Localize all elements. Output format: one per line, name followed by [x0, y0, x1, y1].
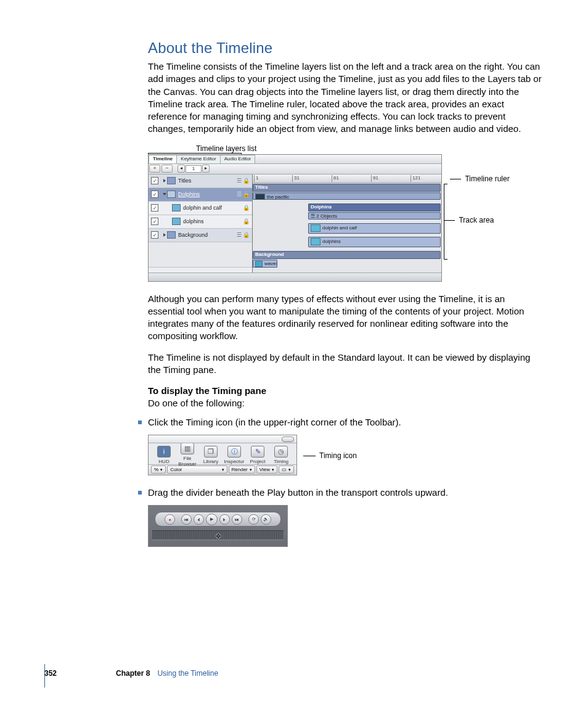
group-icon: [167, 177, 176, 184]
layer-dolphins-child[interactable]: ✓ dolphins 🔒: [149, 215, 252, 229]
clip-label: waves: [264, 261, 277, 266]
steps-subheading: Do one of the following:: [148, 398, 245, 408]
ruler-tick: 31: [292, 175, 300, 182]
toolbar-figure: iHUD ▥File Browser ❐Library ⓘInspector ✎…: [148, 435, 297, 475]
clip-label: dolphin and calf: [322, 225, 357, 231]
layer-background[interactable]: ✓ Background ☰ 🔒: [149, 229, 252, 242]
play-button[interactable]: ▶: [206, 514, 218, 525]
layer-titles[interactable]: ✓ Titles ☰ 🔒: [149, 174, 252, 188]
library-button[interactable]: ❐: [204, 446, 218, 458]
step-next[interactable]: ▸: [202, 165, 210, 173]
render-selector[interactable]: Render▾: [229, 466, 255, 474]
frame-field[interactable]: 1: [186, 165, 202, 173]
layer-dolphin-and-calf[interactable]: ✓ dolphin and calf 🔒: [149, 202, 252, 215]
page-number: 352: [44, 669, 57, 678]
paragraph-2: Although you can perform many types of e…: [148, 293, 542, 343]
layout-selector[interactable]: ▭▾: [279, 466, 294, 474]
track-clip[interactable]: waves: [253, 260, 277, 268]
add-button[interactable]: +: [149, 165, 160, 173]
visibility-checkbox[interactable]: ✓: [151, 218, 158, 225]
chapter-label: Chapter 8: [116, 669, 150, 678]
track-header-background[interactable]: Background: [253, 251, 441, 259]
clip-icon: [172, 204, 181, 211]
layer-label: dolphins: [183, 218, 243, 224]
layer-dolphins[interactable]: ✓ Dolphins ☰ 🔒: [149, 188, 252, 202]
remove-button[interactable]: −: [161, 165, 173, 173]
lock-icon[interactable]: 🔒: [243, 205, 250, 211]
sub-label: 2 Objects: [316, 213, 337, 219]
lock-icon[interactable]: 🔒: [243, 218, 250, 224]
toolbar-label: Library: [200, 459, 222, 464]
color-selector[interactable]: Color▾: [167, 466, 227, 474]
bullet-icon: [138, 421, 142, 424]
group-icon: [167, 191, 176, 198]
track-clip[interactable]: dolphins: [308, 237, 441, 247]
clip-label: dolphins: [322, 239, 341, 244]
layer-label: Titles: [178, 178, 237, 184]
loop-button[interactable]: ⟳: [248, 514, 259, 525]
toolbar-label: Project: [247, 459, 269, 464]
callout-track-area: Track area: [459, 216, 494, 224]
transport-figure: ● ⏮ ⏴ ▶ ⏵ ⏭ ⟳ 🔈 ✥: [148, 505, 288, 547]
percent-selector[interactable]: %▾: [151, 466, 166, 474]
ruler-tick: 91: [371, 175, 378, 182]
callout-timing-icon: Timing icon: [319, 451, 357, 460]
timeline-footer: [149, 273, 441, 281]
visibility-checkbox[interactable]: ✓: [151, 231, 158, 239]
inspector-button[interactable]: ⓘ: [227, 446, 241, 458]
paragraph-3: The Timeline is not displayed by default…: [148, 351, 542, 377]
clip-icon: [172, 218, 181, 225]
intro-paragraph: The Timeline consists of the Timeline la…: [148, 60, 542, 136]
steps-heading: To display the Timing pane: [148, 385, 266, 396]
lock-icon[interactable]: 🔒: [243, 191, 250, 197]
drag-cursor-icon: ✥: [216, 533, 221, 540]
tab-audio-editor[interactable]: Audio Editor: [220, 155, 256, 163]
visibility-checkbox[interactable]: ✓: [151, 191, 158, 198]
step-prev[interactable]: ◂: [178, 165, 185, 173]
tab-timeline[interactable]: Timeline: [149, 155, 177, 163]
disclosure-icon[interactable]: [163, 233, 166, 237]
file-browser-button[interactable]: ▥: [181, 443, 194, 454]
timing-button[interactable]: ◷: [274, 446, 288, 458]
layer-label: Dolphins: [178, 191, 237, 197]
disclosure-icon[interactable]: [163, 179, 166, 183]
preview-icon[interactable]: ☰: [237, 178, 242, 184]
callout-timeline-ruler: Timeline ruler: [465, 174, 509, 183]
mute-button[interactable]: 🔈: [261, 514, 271, 525]
hud-button[interactable]: i: [157, 446, 171, 458]
group-icon: [167, 231, 176, 239]
prev-frame-button[interactable]: ⏴: [194, 514, 204, 525]
view-selector[interactable]: View▾: [256, 466, 277, 474]
visibility-checkbox[interactable]: ✓: [151, 177, 158, 184]
bullet-2: Drag the divider beneath the Play button…: [148, 486, 542, 499]
track-sub[interactable]: ☰ 2 Objects: [308, 212, 441, 220]
preview-icon[interactable]: ☰: [237, 232, 242, 238]
lock-icon[interactable]: 🔒: [243, 178, 250, 184]
visibility-checkbox[interactable]: ✓: [151, 204, 158, 211]
layer-label: dolphin and calf: [183, 205, 243, 211]
record-button[interactable]: ●: [165, 514, 175, 525]
disclosure-icon[interactable]: [163, 193, 166, 195]
track-clip[interactable]: the pacific: [253, 192, 441, 200]
track-header-titles[interactable]: Titles: [253, 184, 441, 192]
toolbar-label: Timing: [270, 459, 292, 464]
preview-icon[interactable]: ☰: [237, 191, 242, 197]
go-to-start-button[interactable]: ⏮: [181, 514, 192, 525]
ruler-tick: 1: [254, 175, 258, 182]
chapter-title: Using the Timeline: [157, 669, 218, 678]
track-header-dolphins[interactable]: Dolphins: [308, 203, 441, 211]
lock-icon[interactable]: 🔒: [243, 232, 250, 238]
ruler-tick: 61: [332, 175, 339, 182]
transport-controls: ● ⏮ ⏴ ▶ ⏵ ⏭ ⟳ 🔈: [155, 512, 281, 527]
track-clip[interactable]: dolphin and calf: [308, 223, 441, 234]
tab-keyframe-editor[interactable]: Keyframe Editor: [176, 155, 220, 163]
bullet-1: Click the Timing icon (in the upper-righ…: [148, 416, 542, 429]
toolbar-label: Inspector: [223, 459, 245, 464]
window-pill[interactable]: [282, 437, 294, 442]
timeline-ruler[interactable]: 1 31 61 91 121: [253, 174, 441, 183]
layer-label: Background: [178, 232, 237, 238]
clip-label: the pacific: [267, 194, 289, 200]
project-button[interactable]: ✎: [251, 446, 264, 458]
next-frame-button[interactable]: ⏵: [219, 514, 230, 525]
go-to-end-button[interactable]: ⏭: [232, 514, 242, 525]
